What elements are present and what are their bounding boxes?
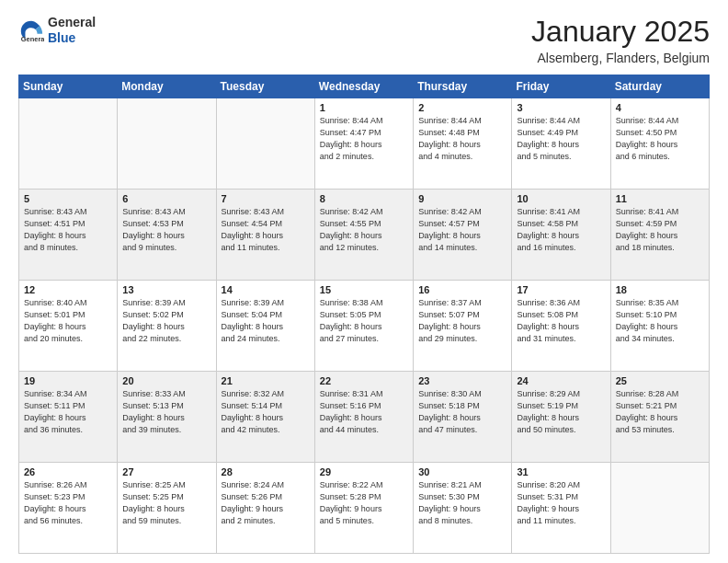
day-info: Sunrise: 8:42 AM Sunset: 4:55 PM Dayligh… bbox=[320, 206, 408, 254]
day-number: 28 bbox=[222, 466, 310, 477]
calendar-week-4: 19Sunrise: 8:34 AM Sunset: 5:11 PM Dayli… bbox=[19, 372, 710, 463]
day-info: Sunrise: 8:42 AM Sunset: 4:57 PM Dayligh… bbox=[418, 206, 506, 254]
calendar-week-1: 1Sunrise: 8:44 AM Sunset: 4:47 PM Daylig… bbox=[19, 98, 710, 190]
logo-icon: General bbox=[18, 17, 44, 43]
calendar-header-wednesday: Wednesday bbox=[314, 75, 413, 98]
day-number: 20 bbox=[122, 375, 210, 386]
calendar-day: 8Sunrise: 8:42 AM Sunset: 4:55 PM Daylig… bbox=[314, 190, 413, 281]
calendar-header-thursday: Thursday bbox=[414, 75, 512, 98]
day-number: 15 bbox=[320, 284, 408, 295]
day-info: Sunrise: 8:41 AM Sunset: 4:58 PM Dayligh… bbox=[517, 206, 605, 254]
calendar-day: 13Sunrise: 8:39 AM Sunset: 5:02 PM Dayli… bbox=[118, 281, 216, 372]
day-number: 4 bbox=[616, 102, 704, 113]
day-number: 10 bbox=[517, 193, 605, 204]
day-number: 14 bbox=[222, 284, 310, 295]
calendar-day: 30Sunrise: 8:21 AM Sunset: 5:30 PM Dayli… bbox=[414, 463, 512, 554]
day-info: Sunrise: 8:22 AM Sunset: 5:28 PM Dayligh… bbox=[320, 479, 408, 527]
calendar-day: 25Sunrise: 8:28 AM Sunset: 5:21 PM Dayli… bbox=[610, 372, 709, 463]
calendar-day: 3Sunrise: 8:44 AM Sunset: 4:49 PM Daylig… bbox=[512, 98, 610, 190]
calendar-header-tuesday: Tuesday bbox=[216, 75, 314, 98]
day-info: Sunrise: 8:43 AM Sunset: 4:51 PM Dayligh… bbox=[24, 206, 112, 254]
day-info: Sunrise: 8:35 AM Sunset: 5:10 PM Dayligh… bbox=[616, 297, 704, 345]
day-number: 23 bbox=[418, 375, 506, 386]
calendar-week-2: 5Sunrise: 8:43 AM Sunset: 4:51 PM Daylig… bbox=[19, 190, 710, 281]
calendar-day: 19Sunrise: 8:34 AM Sunset: 5:11 PM Dayli… bbox=[19, 372, 118, 463]
calendar-day: 24Sunrise: 8:29 AM Sunset: 5:19 PM Dayli… bbox=[512, 372, 610, 463]
day-info: Sunrise: 8:39 AM Sunset: 5:02 PM Dayligh… bbox=[122, 297, 210, 345]
calendar-day: 16Sunrise: 8:37 AM Sunset: 5:07 PM Dayli… bbox=[414, 281, 512, 372]
calendar-day: 31Sunrise: 8:20 AM Sunset: 5:31 PM Dayli… bbox=[512, 463, 610, 554]
calendar-day: 21Sunrise: 8:32 AM Sunset: 5:14 PM Dayli… bbox=[216, 372, 314, 463]
logo-general: General bbox=[48, 15, 96, 30]
day-number: 29 bbox=[320, 466, 408, 477]
calendar-header-sunday: Sunday bbox=[19, 75, 118, 98]
calendar-day: 4Sunrise: 8:44 AM Sunset: 4:50 PM Daylig… bbox=[610, 98, 709, 190]
calendar-header-monday: Monday bbox=[118, 75, 216, 98]
day-number: 16 bbox=[418, 284, 506, 295]
day-info: Sunrise: 8:39 AM Sunset: 5:04 PM Dayligh… bbox=[222, 297, 310, 345]
calendar-day: 27Sunrise: 8:25 AM Sunset: 5:25 PM Dayli… bbox=[118, 463, 216, 554]
day-info: Sunrise: 8:28 AM Sunset: 5:21 PM Dayligh… bbox=[616, 388, 704, 436]
day-info: Sunrise: 8:38 AM Sunset: 5:05 PM Dayligh… bbox=[320, 297, 408, 345]
calendar-day: 23Sunrise: 8:30 AM Sunset: 5:18 PM Dayli… bbox=[414, 372, 512, 463]
calendar-day: 17Sunrise: 8:36 AM Sunset: 5:08 PM Dayli… bbox=[512, 281, 610, 372]
day-info: Sunrise: 8:44 AM Sunset: 4:50 PM Dayligh… bbox=[616, 115, 704, 163]
day-number: 21 bbox=[222, 375, 310, 386]
calendar-day: 7Sunrise: 8:43 AM Sunset: 4:54 PM Daylig… bbox=[216, 190, 314, 281]
day-info: Sunrise: 8:37 AM Sunset: 5:07 PM Dayligh… bbox=[418, 297, 506, 345]
logo-text: General Blue bbox=[48, 15, 96, 46]
day-info: Sunrise: 8:32 AM Sunset: 5:14 PM Dayligh… bbox=[222, 388, 310, 436]
day-info: Sunrise: 8:36 AM Sunset: 5:08 PM Dayligh… bbox=[517, 297, 605, 345]
calendar-week-3: 12Sunrise: 8:40 AM Sunset: 5:01 PM Dayli… bbox=[19, 281, 710, 372]
day-info: Sunrise: 8:34 AM Sunset: 5:11 PM Dayligh… bbox=[24, 388, 112, 436]
day-number: 1 bbox=[320, 102, 408, 113]
day-info: Sunrise: 8:44 AM Sunset: 4:47 PM Dayligh… bbox=[320, 115, 408, 163]
day-number: 17 bbox=[517, 284, 605, 295]
month-title: January 2025 bbox=[531, 15, 710, 49]
calendar-day: 12Sunrise: 8:40 AM Sunset: 5:01 PM Dayli… bbox=[19, 281, 118, 372]
calendar-day: 15Sunrise: 8:38 AM Sunset: 5:05 PM Dayli… bbox=[314, 281, 413, 372]
day-number: 25 bbox=[616, 375, 704, 386]
day-info: Sunrise: 8:44 AM Sunset: 4:48 PM Dayligh… bbox=[418, 115, 506, 163]
title-section: January 2025 Alsemberg, Flanders, Belgiu… bbox=[531, 15, 710, 65]
calendar-day: 1Sunrise: 8:44 AM Sunset: 4:47 PM Daylig… bbox=[314, 98, 413, 190]
calendar-day: 18Sunrise: 8:35 AM Sunset: 5:10 PM Dayli… bbox=[610, 281, 709, 372]
calendar-day: 9Sunrise: 8:42 AM Sunset: 4:57 PM Daylig… bbox=[414, 190, 512, 281]
day-number: 12 bbox=[24, 284, 112, 295]
day-number: 9 bbox=[418, 193, 506, 204]
logo: General General Blue bbox=[18, 15, 96, 46]
day-info: Sunrise: 8:26 AM Sunset: 5:23 PM Dayligh… bbox=[24, 479, 112, 527]
day-info: Sunrise: 8:30 AM Sunset: 5:18 PM Dayligh… bbox=[418, 388, 506, 436]
day-number: 6 bbox=[122, 193, 210, 204]
day-number: 18 bbox=[616, 284, 704, 295]
day-info: Sunrise: 8:43 AM Sunset: 4:53 PM Dayligh… bbox=[122, 206, 210, 254]
calendar-day bbox=[118, 98, 216, 190]
page: General General Blue January 2025 Alsemb… bbox=[0, 0, 728, 563]
calendar-header-saturday: Saturday bbox=[610, 75, 709, 98]
day-number: 19 bbox=[24, 375, 112, 386]
day-info: Sunrise: 8:29 AM Sunset: 5:19 PM Dayligh… bbox=[517, 388, 605, 436]
calendar-day: 29Sunrise: 8:22 AM Sunset: 5:28 PM Dayli… bbox=[314, 463, 413, 554]
header: General General Blue January 2025 Alsemb… bbox=[18, 15, 710, 65]
day-info: Sunrise: 8:41 AM Sunset: 4:59 PM Dayligh… bbox=[616, 206, 704, 254]
day-number: 27 bbox=[122, 466, 210, 477]
calendar-day: 10Sunrise: 8:41 AM Sunset: 4:58 PM Dayli… bbox=[512, 190, 610, 281]
day-number: 3 bbox=[517, 102, 605, 113]
day-number: 5 bbox=[24, 193, 112, 204]
day-info: Sunrise: 8:44 AM Sunset: 4:49 PM Dayligh… bbox=[517, 115, 605, 163]
day-info: Sunrise: 8:43 AM Sunset: 4:54 PM Dayligh… bbox=[222, 206, 310, 254]
calendar-day bbox=[610, 463, 709, 554]
day-number: 26 bbox=[24, 466, 112, 477]
day-info: Sunrise: 8:25 AM Sunset: 5:25 PM Dayligh… bbox=[122, 479, 210, 527]
calendar-day: 11Sunrise: 8:41 AM Sunset: 4:59 PM Dayli… bbox=[610, 190, 709, 281]
calendar-day bbox=[216, 98, 314, 190]
day-info: Sunrise: 8:20 AM Sunset: 5:31 PM Dayligh… bbox=[517, 479, 605, 527]
calendar-header-row: SundayMondayTuesdayWednesdayThursdayFrid… bbox=[19, 75, 710, 98]
day-number: 22 bbox=[320, 375, 408, 386]
day-number: 7 bbox=[222, 193, 310, 204]
calendar-day: 6Sunrise: 8:43 AM Sunset: 4:53 PM Daylig… bbox=[118, 190, 216, 281]
day-number: 13 bbox=[122, 284, 210, 295]
day-info: Sunrise: 8:24 AM Sunset: 5:26 PM Dayligh… bbox=[222, 479, 310, 527]
day-info: Sunrise: 8:40 AM Sunset: 5:01 PM Dayligh… bbox=[24, 297, 112, 345]
calendar-day: 28Sunrise: 8:24 AM Sunset: 5:26 PM Dayli… bbox=[216, 463, 314, 554]
